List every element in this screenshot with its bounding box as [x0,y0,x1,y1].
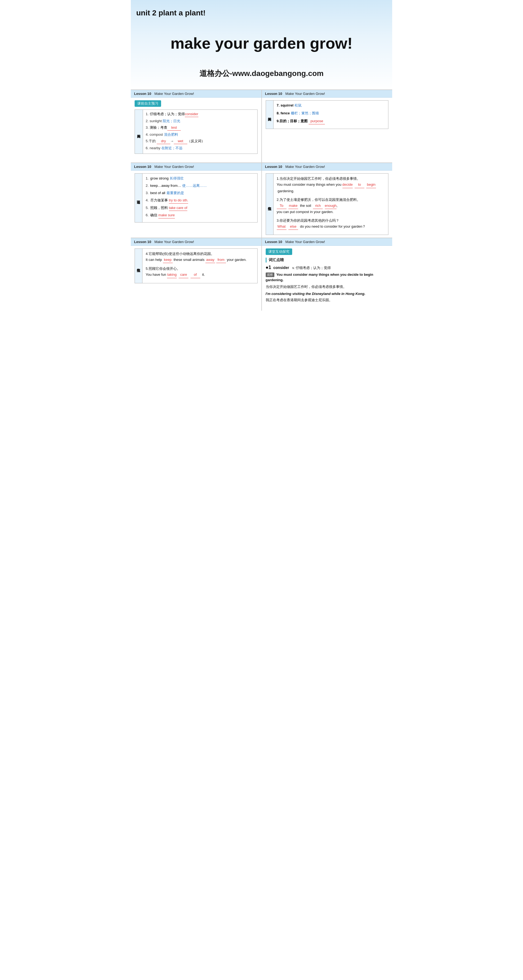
phrases-table: 短语互译 1. grow strong 长得强壮 2. keep…away fr… [135,173,258,223]
card-6-body: 课堂互动探究 词汇点睛 ●1 consider v. 仔细考虑；认为；觉得 观察… [262,246,393,311]
bullet-icon: ●1 [266,265,271,270]
lesson-subtitle-6: Make Your Garden Grow! [285,240,325,244]
card-5: Lesson 10 Make Your Garden Grow! 句型在线 4.… [131,238,261,311]
sentence-table-2: 句型在线 4.它能帮助(你)使这些小动物远离你的花园。 It can help … [135,248,258,283]
lesson-num-2: Lesson 10 [265,92,283,96]
sent-line-1: 1.当你决定开始做园艺工作时，你必须考虑很多事情。 You must consi… [277,176,385,194]
vocab-table-1: 单词阅关 1. 仔细考虑；认为；觉得 consider 2. sunlight … [135,110,258,154]
vocab-right-row-7: 7. squirrel 松鼠 [277,103,385,108]
card-1-body: 课前自主预习 单词阅关 1. 仔细考虑；认为；觉得 consider 2. su… [131,98,261,162]
vocab-content-2: 7. squirrel 松鼠 8. fence 栅栏；篱笆；围墙 9.目的；目标… [273,100,388,129]
lesson-header-3: Lesson 10 Make Your Garden Grow! [131,163,261,170]
phrase-row-1: 1. grow strong 长得强壮 [146,176,254,181]
vocab-table-2: 单词阅关 7. squirrel 松鼠 8. fence 栅栏；篱笆；围墙 9.… [266,100,389,129]
lesson-subtitle-1: Make Your Garden Grow! [154,92,194,96]
phrase-row-4: 4. 尽力做某事 try to do sth. [146,197,254,204]
sent-line-2: 2.为了使土壤是够肥沃，你可以在花园里施混合肥料。 To make the so… [277,197,385,215]
sent-line-3: 3.你还要为你的花园考虑其他的什么吗？ What else do you nee… [277,218,385,230]
vocab-point-1: ●1 consider v. 仔细考虑；认为；觉得 观察 You must co… [266,265,389,303]
section-title: 词汇点睛 [269,258,284,262]
lesson-subtitle-4: Make Your Garden Grow! [285,165,325,169]
sentence-content: 1.当你决定开始做园艺工作时，你必须考虑很多事情。 You must consi… [273,173,388,235]
sentence-label-2: 句型在线 [135,249,142,283]
lesson-subtitle-2: Make Your Garden Grow! [285,92,325,96]
sent-line-4: 4.它能帮助(你)使这些小动物远离你的花园。 It can help keep … [146,251,254,263]
interactive-tag: 课堂互动探究 [266,248,292,255]
vocab-row-6: 6. nearby 在附近；不远 [146,145,254,151]
header-section: unit 2 plant a plant! make your garden g… [131,0,392,89]
lesson-header-5: Lesson 10 Make Your Garden Grow! [131,238,261,246]
phrase-row-2: 2. keep…away from… 使……远离…… [146,183,254,189]
lesson-num-1: Lesson 10 [134,92,151,96]
sent-line-5: 5.照顾它你会很开心。 You have fun taking care of … [146,266,254,278]
card-4: Lesson 10 Make Your Garden Grow! 句型在线 1.… [262,163,393,238]
vocab-label-1: 单词阅关 [135,110,143,154]
lesson-num-6: Lesson 10 [265,240,283,244]
lesson-num-3: Lesson 10 [134,165,151,169]
card-4-body: 句型在线 1.当你决定开始做园艺工作时，你必须考虑很多事情。 You must … [262,170,393,238]
phrase-row-5: 5. 照顾，照料 take care of [146,205,254,211]
card-2-body: 单词阅关 7. squirrel 松鼠 8. fence 栅栏；篱笆；围墙 9.… [262,98,393,162]
sentence-content-2: 4.它能帮助(你)使这些小动物远离你的花园。 It can help keep … [142,249,258,283]
lesson-header-4: Lesson 10 Make Your Garden Grow! [262,163,393,170]
lesson-num-4: Lesson 10 [265,165,283,169]
word-consider: consider [273,266,291,270]
website-title: 道格办公-www.daogebangong.com [136,68,387,79]
lesson-header-1: Lesson 10 Make Your Garden Grow! [131,90,261,98]
phrase-row-6: 6. 确信 make sure [146,213,254,218]
sentence-table: 句型在线 1.当你决定开始做园艺工作时，你必须考虑很多事情。 You must … [266,173,389,235]
preview-tag: 课前自主预习 [135,100,161,107]
card-6: Lesson 10 Make Your Garden Grow! 课堂互动探究 … [262,238,393,311]
lesson-header-6: Lesson 10 Make Your Garden Grow! [262,238,393,246]
vocab-row-3: 3. 测验；考查 test [146,125,254,130]
vocab-row-5: 5.干的 dry → wet （反义词） [146,138,254,144]
observe-tag: 观察 [266,272,274,277]
card-3: Lesson 10 Make Your Garden Grow! 短语互译 1.… [131,163,261,238]
phrases-content: 1. grow strong 长得强壮 2. keep…away from… 使… [142,173,258,223]
lesson-subtitle-5: Make Your Garden Grow! [154,240,194,244]
card-3-body: 短语互译 1. grow strong 长得强壮 2. keep…away fr… [131,170,261,235]
vocab-row-4: 4. compost 混合肥料 [146,132,254,137]
lesson-num-5: Lesson 10 [134,240,151,244]
lesson-subtitle-3: Make Your Garden Grow! [154,165,194,169]
vocab-row-2: 2. sunlight 阳光；日光 [146,118,254,124]
vocab-right-row-9: 9.目的；目标；意图 purpose [277,118,385,124]
lesson-grid: Lesson 10 Make Your Garden Grow! 课前自主预习 … [131,89,392,311]
phrases-label: 短语互译 [135,173,142,223]
vocab-row-1: 1. 仔细考虑；认为；觉得 consider [146,111,254,117]
card-1: Lesson 10 Make Your Garden Grow! 课前自主预习 … [131,90,261,162]
unit-title: unit 2 plant a plant! [136,8,387,18]
card-2: Lesson 10 Make Your Garden Grow! 单词阅关 7.… [262,90,393,162]
vocab-content-1: 1. 仔细考虑；认为；觉得 consider 2. sunlight 阳光；日光… [143,110,258,154]
card-5-body: 句型在线 4.它能帮助(你)使这些小动物远离你的花园。 It can help … [131,246,261,311]
sentence-label: 句型在线 [266,173,273,235]
lesson-header-2: Lesson 10 Make Your Garden Grow! [262,90,393,98]
vocab-label-2: 单词阅关 [266,100,273,129]
vocab-right-row-8: 8. fence 栅栏；篱笆；围墙 [277,111,385,116]
main-title: make your garden grow! [136,34,387,52]
phrase-row-3: 3. best of all 最重要的是 [146,190,254,196]
